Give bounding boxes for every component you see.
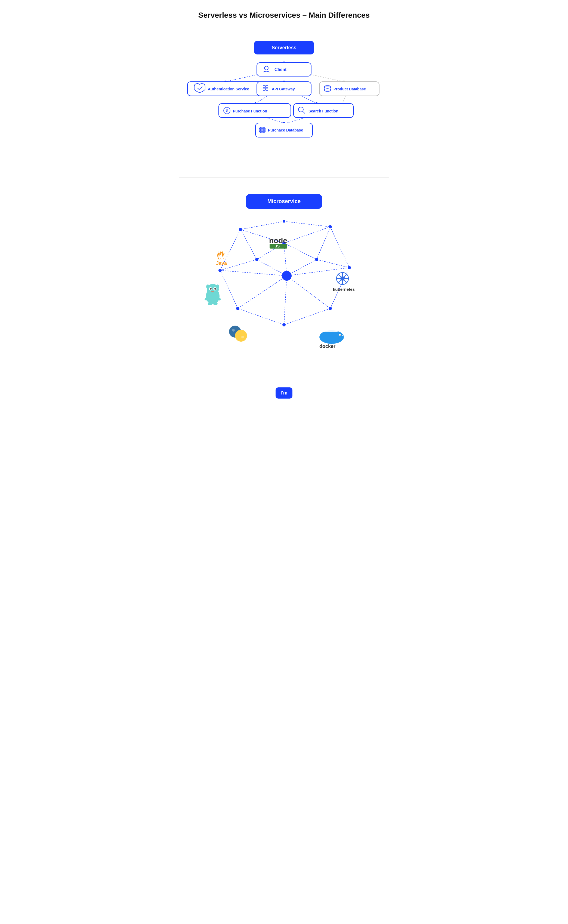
svg-point-88: [215, 288, 216, 290]
svg-line-43: [240, 221, 284, 230]
svg-point-73: [239, 228, 242, 231]
docker-label: docker: [319, 344, 335, 349]
svg-point-77: [282, 271, 292, 281]
serverless-label: Serverless: [272, 45, 296, 50]
product-db-label: Product Database: [334, 87, 366, 91]
svg-point-71: [236, 307, 239, 310]
svg-line-55: [220, 270, 238, 309]
svg-line-46: [284, 227, 330, 243]
section-divider: [179, 177, 389, 178]
api-gateway-label: API Gateway: [272, 87, 295, 91]
svg-line-61: [240, 230, 257, 259]
svg-point-89: [211, 291, 215, 292]
svg-rect-106: [328, 329, 333, 332]
svg-rect-108: [326, 326, 330, 329]
svg-line-50: [287, 268, 349, 276]
java-label: Java: [216, 261, 227, 266]
svg-point-93: [213, 303, 218, 305]
svg-line-2: [225, 74, 262, 82]
svg-line-48: [317, 259, 349, 268]
svg-line-42: [284, 221, 330, 227]
svg-point-72: [218, 269, 222, 272]
svg-rect-107: [333, 329, 338, 332]
svg-line-65: [287, 259, 317, 276]
purchase-db-label: Purchace Database: [268, 128, 303, 132]
purchase-fn-label: Purchase Function: [233, 109, 267, 113]
svg-line-53: [238, 309, 284, 325]
microservice-diagram: Microservice: [167, 191, 401, 398]
svg-point-75: [315, 258, 318, 261]
svg-point-67: [329, 225, 332, 229]
svg-line-66: [257, 259, 287, 276]
svg-line-45: [330, 227, 349, 268]
svg-text:JS: JS: [275, 244, 279, 248]
svg-line-47: [317, 227, 330, 259]
svg-point-101: [235, 330, 247, 342]
svg-point-84: [216, 285, 219, 289]
search-fn-label: Search Function: [308, 109, 338, 113]
svg-point-69: [329, 307, 332, 310]
svg-point-83: [206, 285, 210, 289]
svg-point-111: [340, 335, 341, 336]
svg-point-104: [319, 330, 344, 344]
svg-point-92: [208, 303, 212, 305]
svg-rect-109: [331, 326, 335, 329]
svg-line-51: [284, 309, 330, 325]
serverless-diagram: Serverless Client Authentication Service…: [167, 33, 401, 167]
svg-text:node: node: [269, 236, 287, 245]
svg-line-59: [220, 270, 287, 276]
kubernetes-label: kubernetes: [333, 287, 355, 292]
footer-badge: I'm: [276, 388, 292, 398]
svg-line-52: [287, 276, 330, 309]
svg-point-70: [282, 323, 286, 326]
svg-point-102: [232, 329, 235, 332]
svg-text:$: $: [226, 108, 228, 112]
page-title: Serverless vs Microservices – Main Diffe…: [167, 11, 401, 20]
serverless-svg: Serverless Client Authentication Service…: [172, 33, 396, 167]
svg-rect-105: [323, 329, 328, 332]
svg-point-87: [210, 288, 211, 290]
auth-service-label: Authentication Service: [208, 87, 249, 91]
svg-line-56: [238, 276, 287, 309]
serverless-svg-container: Serverless Client Authentication Service…: [167, 33, 401, 167]
svg-line-54: [284, 276, 287, 325]
microservice-label: Microservice: [267, 198, 301, 204]
client-label: Client: [275, 67, 287, 72]
svg-point-103: [241, 336, 244, 338]
microservice-svg: Microservice: [172, 191, 396, 377]
svg-point-68: [347, 266, 351, 269]
svg-point-76: [255, 258, 258, 261]
svg-line-62: [284, 243, 317, 259]
svg-line-6: [306, 74, 344, 82]
